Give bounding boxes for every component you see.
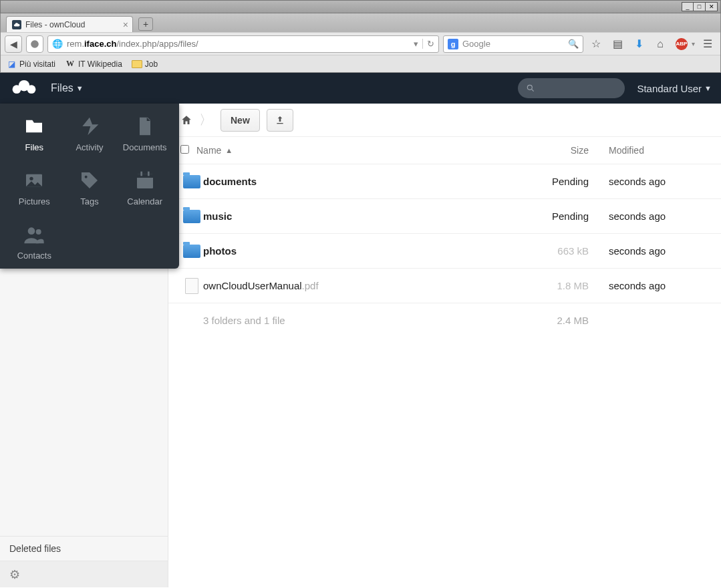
app-files[interactable]: Files [7, 116, 62, 152]
downloads-icon[interactable]: ⬇ [630, 35, 647, 53]
breadcrumb-home[interactable] [176, 110, 196, 131]
abp-dropdown-icon[interactable]: ▾ [692, 40, 695, 47]
sidebar-deleted-files[interactable]: Deleted files [0, 537, 168, 561]
browser-tab[interactable]: Files - ownCloud × [6, 16, 133, 32]
file-icon [185, 278, 198, 294]
file-name: photos [203, 245, 509, 257]
nav-toolbar: ◀ 🌐 rem.iface.ch/index.php/apps/files/ ▾… [1, 32, 720, 55]
header-modified[interactable]: Modified [589, 145, 709, 156]
window-minimize-button[interactable]: _ [682, 2, 694, 11]
new-button[interactable]: New [221, 109, 260, 132]
abp-icon[interactable]: ABP [673, 35, 690, 53]
folder-icon [183, 210, 200, 223]
sort-asc-icon: ▲ [225, 146, 233, 154]
file-name: documents [203, 176, 509, 187]
svg-point-13 [28, 227, 35, 235]
cloud-favicon-icon [12, 20, 21, 29]
header-search[interactable] [518, 78, 625, 98]
svg-rect-10 [137, 174, 153, 178]
svg-point-14 [36, 229, 41, 235]
file-name: music [203, 210, 509, 222]
file-table-header: Name ▲ Size Modified [168, 137, 721, 164]
file-row[interactable]: photos663 kBseconds ago [168, 233, 721, 268]
select-all-checkbox[interactable] [180, 145, 189, 154]
window-maximize-button[interactable]: □ [694, 2, 706, 11]
folder-icon [183, 175, 200, 188]
wikipedia-icon: W [65, 59, 76, 69]
new-tab-button[interactable]: + [138, 17, 153, 31]
app-pictures[interactable]: Pictures [7, 170, 62, 206]
file-panel: 〉 New Name ▲ Size Modified documentsPend… [168, 104, 721, 587]
url-bar[interactable]: 🌐 rem.iface.ch/index.php/apps/files/ ▾ ↻ [47, 35, 439, 53]
file-name: ownCloudUserManual.pdf [203, 280, 509, 291]
home-icon[interactable]: ⌂ [652, 35, 669, 53]
file-size: 1.8 MB [509, 280, 589, 291]
app-body: Deleted files ⚙ Files Activity Documents… [0, 104, 721, 587]
dropdown-icon[interactable]: ▾ [414, 39, 418, 49]
gear-icon: ⚙ [9, 567, 20, 582]
reload-button[interactable]: ↻ [422, 39, 434, 49]
file-size: Pending [509, 210, 589, 222]
breadcrumb-separator-icon: 〉 [199, 111, 212, 129]
app-calendar[interactable]: Calendar [117, 170, 172, 206]
app-tags[interactable]: Tags [62, 170, 118, 206]
file-modified: seconds ago [589, 176, 709, 187]
file-row[interactable]: musicPendingseconds ago [168, 198, 721, 233]
folder-icon [132, 60, 142, 68]
file-rows: documentsPendingseconds agomusicPendings… [168, 164, 721, 303]
back-button[interactable]: ◀ [5, 35, 22, 53]
app-header: Files ▼ Standard User ▼ [0, 73, 721, 104]
bookmarks-bar: ◪ Più visitati W IT Wikipedia Job [1, 55, 720, 72]
svg-rect-11 [140, 172, 142, 176]
summary-text: 3 folders and 1 file [203, 315, 509, 326]
hamburger-menu-icon[interactable]: ☰ [699, 35, 716, 53]
folder-icon [183, 245, 200, 258]
sidebar-settings-button[interactable]: ⚙ [0, 561, 168, 587]
owncloud-logo-icon[interactable] [9, 79, 39, 98]
upload-icon [275, 115, 285, 126]
header-name[interactable]: Name ▲ [196, 145, 509, 156]
search-box[interactable]: g Google 🔍 [443, 35, 583, 53]
chevron-down-icon: ▼ [76, 84, 84, 92]
file-modified: seconds ago [589, 280, 709, 291]
svg-point-0 [31, 40, 39, 48]
user-menu[interactable]: Standard User ▼ [637, 83, 712, 94]
search-icon [526, 84, 535, 93]
summary-size: 2.4 MB [509, 315, 589, 326]
upload-button[interactable] [267, 109, 293, 132]
bookmark-most-visited[interactable]: ◪ Più visitati [6, 59, 55, 69]
globe-icon: 🌐 [52, 39, 63, 49]
app-launcher-menu: Files Activity Documents Pictures Tags C… [0, 104, 179, 269]
tab-close-button[interactable]: × [123, 19, 128, 30]
bookmark-wikipedia[interactable]: W IT Wikipedia [65, 59, 122, 69]
browser-chrome: Files - ownCloud × + ◀ 🌐 rem.iface.ch/in… [0, 13, 721, 73]
file-row[interactable]: ownCloudUserManual.pdf1.8 MBseconds ago [168, 268, 721, 303]
summary-row: 3 folders and 1 file 2.4 MB [168, 303, 721, 337]
controls-bar: 〉 New [168, 104, 721, 137]
app-documents[interactable]: Documents [117, 116, 172, 152]
site-identity-button[interactable] [26, 35, 43, 53]
tab-title: Files - ownCloud [25, 20, 85, 29]
svg-rect-12 [148, 172, 150, 176]
header-size[interactable]: Size [509, 145, 589, 156]
app-activity[interactable]: Activity [62, 116, 118, 152]
svg-point-7 [30, 177, 33, 180]
app-contacts[interactable]: Contacts [7, 224, 62, 261]
most-visited-icon: ◪ [6, 59, 17, 69]
file-modified: seconds ago [589, 210, 709, 222]
home-icon [180, 114, 192, 126]
file-row[interactable]: documentsPendingseconds ago [168, 164, 721, 198]
bookmark-star-icon[interactable]: ☆ [587, 35, 605, 53]
file-size: 663 kB [509, 245, 589, 257]
url-text: rem.iface.ch/index.php/apps/files/ [67, 39, 198, 49]
tab-strip: Files - ownCloud × + [1, 13, 720, 32]
svg-point-8 [85, 176, 88, 178]
window-close-button[interactable]: ✕ [706, 2, 718, 11]
svg-line-5 [532, 89, 534, 91]
app-selector[interactable]: Files ▼ [51, 82, 84, 94]
library-icon[interactable]: ▤ [609, 35, 626, 53]
file-modified: seconds ago [589, 245, 709, 257]
svg-point-4 [528, 85, 533, 90]
search-submit-icon[interactable]: 🔍 [568, 39, 579, 49]
bookmark-job[interactable]: Job [132, 59, 158, 69]
